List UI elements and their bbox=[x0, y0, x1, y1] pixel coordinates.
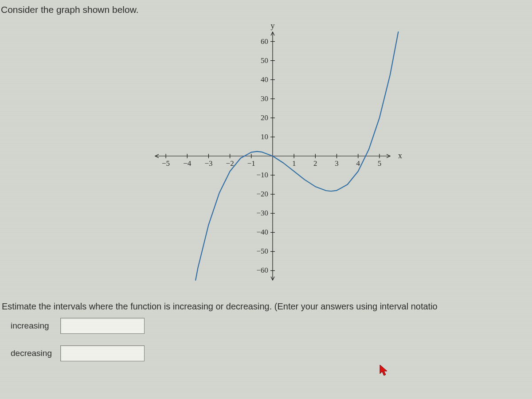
svg-text:1: 1 bbox=[292, 159, 296, 168]
svg-text:x: x bbox=[398, 151, 402, 160]
svg-text:−50: −50 bbox=[256, 247, 268, 255]
svg-text:−60: −60 bbox=[256, 266, 268, 274]
svg-text:−10: −10 bbox=[256, 171, 268, 179]
svg-text:40: 40 bbox=[261, 75, 268, 84]
increasing-input[interactable] bbox=[60, 318, 145, 334]
svg-text:10: 10 bbox=[261, 133, 268, 141]
function-graph: −5−4−3−2−112345−60−50−40−30−20−101020304… bbox=[124, 19, 408, 293]
svg-text:−5: −5 bbox=[162, 159, 170, 168]
svg-text:3: 3 bbox=[335, 159, 339, 168]
svg-text:4: 4 bbox=[356, 159, 360, 168]
svg-text:60: 60 bbox=[261, 37, 268, 46]
svg-marker-48 bbox=[380, 365, 387, 376]
svg-text:−30: −30 bbox=[256, 209, 268, 217]
svg-text:−40: −40 bbox=[256, 228, 268, 236]
chart-container: −5−4−3−2−112345−60−50−40−30−20−101020304… bbox=[0, 19, 532, 293]
question-text: Estimate the intervals where the functio… bbox=[2, 301, 530, 312]
svg-text:−4: −4 bbox=[183, 159, 192, 168]
svg-text:−2: −2 bbox=[226, 159, 234, 168]
svg-text:−3: −3 bbox=[204, 159, 212, 168]
answer-block: increasing decreasing bbox=[11, 318, 532, 361]
svg-text:−20: −20 bbox=[256, 190, 268, 198]
svg-text:50: 50 bbox=[261, 56, 268, 65]
increasing-row: increasing bbox=[11, 318, 532, 334]
svg-text:2: 2 bbox=[313, 159, 317, 168]
svg-text:y: y bbox=[271, 21, 275, 30]
svg-text:20: 20 bbox=[261, 113, 268, 122]
increasing-label: increasing bbox=[11, 321, 60, 331]
svg-text:−1: −1 bbox=[247, 159, 255, 168]
svg-text:30: 30 bbox=[261, 94, 268, 103]
cursor-icon bbox=[379, 364, 389, 377]
prompt-text: Consider the graph shown below. bbox=[1, 4, 532, 15]
decreasing-input[interactable] bbox=[60, 345, 145, 361]
decreasing-label: decreasing bbox=[11, 348, 60, 358]
svg-text:5: 5 bbox=[378, 159, 382, 168]
decreasing-row: decreasing bbox=[11, 345, 532, 361]
